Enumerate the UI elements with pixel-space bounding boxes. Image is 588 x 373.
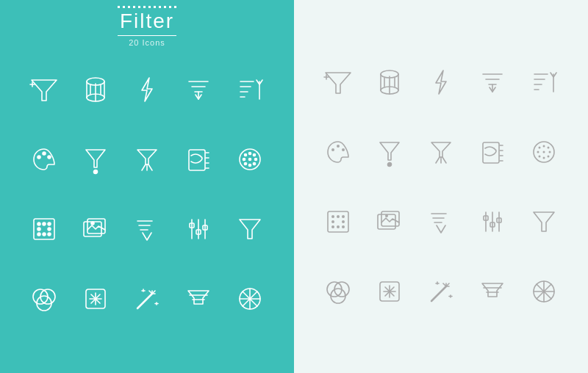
svg-marker-154	[534, 212, 554, 231]
svg-marker-112	[380, 142, 399, 160]
dots-circle-icon	[224, 124, 276, 194]
filter-roll-icon	[70, 54, 121, 124]
svg-point-48	[48, 228, 51, 231]
svg-point-126	[548, 146, 550, 148]
svg-point-47	[37, 228, 40, 231]
filter-desc-icon-r	[415, 186, 467, 256]
header: Filter 20 Icons	[118, 6, 176, 47]
svg-point-37	[243, 158, 245, 160]
svg-point-109	[331, 148, 334, 151]
svg-point-134	[331, 215, 334, 218]
svg-point-44	[37, 222, 40, 225]
svg-point-20	[43, 152, 46, 155]
svg-rect-133	[328, 211, 348, 232]
triangle-funnel-icon	[173, 264, 224, 333]
svg-point-49	[37, 233, 40, 236]
svg-point-40	[245, 162, 247, 164]
lightning-icon	[121, 54, 173, 124]
magic-wand-icon-r	[415, 256, 467, 326]
svg-point-135	[337, 215, 340, 218]
filter-sort-icon	[173, 54, 224, 124]
svg-point-111	[342, 148, 345, 151]
svg-point-128	[543, 151, 545, 153]
filter-sort-icon-r	[467, 47, 518, 117]
svg-point-129	[549, 151, 551, 153]
funnel-drop-icon	[70, 124, 121, 194]
circles-overlap-icon-r	[312, 256, 364, 326]
svg-marker-172	[482, 283, 503, 297]
svg-point-144	[385, 214, 388, 217]
left-panel: Filter 20 Icons	[0, 0, 294, 373]
filter-layers-icon	[173, 124, 224, 194]
svg-point-45	[43, 222, 46, 225]
aperture-icon	[224, 264, 276, 333]
svg-line-116	[442, 157, 446, 163]
svg-point-23	[94, 170, 98, 173]
right-panel	[294, 0, 588, 373]
svg-line-115	[436, 157, 440, 163]
sparkle-square-icon-r	[364, 256, 415, 326]
sliders-icon-r	[467, 186, 518, 256]
image-stack-icon	[70, 194, 121, 264]
sort-list-icon	[224, 54, 276, 124]
svg-rect-143	[381, 211, 399, 226]
header-subtitle: 20 Icons	[118, 38, 176, 47]
image-stack-icon-r	[364, 186, 415, 256]
icon-grid-right	[305, 44, 577, 329]
icon-grid-left	[11, 51, 283, 336]
svg-point-125	[543, 145, 545, 147]
svg-point-51	[48, 233, 51, 236]
svg-line-73	[137, 294, 152, 308]
circles-overlap-icon	[18, 264, 70, 333]
magic-wand-icon	[121, 264, 173, 333]
svg-point-132	[548, 155, 550, 157]
funnel-split-icon	[121, 124, 173, 194]
svg-marker-22	[86, 150, 105, 167]
svg-point-39	[255, 158, 257, 160]
svg-point-141	[342, 225, 345, 228]
svg-marker-114	[431, 142, 451, 157]
header-dotted	[118, 6, 176, 8]
svg-point-124	[539, 146, 541, 148]
svg-line-25	[142, 164, 146, 170]
page-title: Filter	[118, 10, 176, 33]
svg-point-136	[342, 215, 345, 218]
svg-point-38	[249, 158, 251, 160]
lightning-icon-r	[415, 47, 467, 117]
svg-point-21	[48, 156, 51, 159]
svg-marker-24	[137, 150, 157, 164]
svg-point-140	[337, 225, 340, 228]
svg-point-138	[342, 220, 345, 223]
header-divider	[118, 35, 176, 36]
triangle-funnel-icon-r	[467, 256, 518, 326]
svg-rect-53	[87, 219, 105, 233]
aperture-icon-r	[518, 256, 570, 326]
svg-point-139	[331, 225, 334, 228]
grid-dots-icon-r	[312, 186, 364, 256]
svg-point-131	[543, 156, 545, 159]
svg-line-26	[148, 164, 152, 170]
filter-layers-icon-r	[467, 117, 518, 186]
svg-point-113	[388, 162, 392, 166]
sparkle-square-icon	[70, 264, 121, 333]
svg-point-130	[539, 155, 541, 157]
svg-rect-118	[483, 142, 499, 163]
grid-dots-icon	[18, 194, 70, 264]
svg-point-42	[254, 162, 256, 164]
filter-roll-icon-r	[364, 47, 415, 117]
svg-point-34	[245, 153, 247, 156]
palette-icon-r	[312, 117, 364, 186]
svg-point-50	[43, 233, 46, 236]
svg-line-163	[431, 286, 446, 301]
svg-point-41	[249, 164, 251, 166]
funnel-outline-icon-r	[518, 186, 570, 256]
svg-point-36	[254, 153, 256, 156]
svg-point-127	[537, 151, 539, 153]
funnel-split-icon-r	[415, 117, 467, 186]
svg-point-19	[37, 156, 40, 159]
svg-marker-82	[188, 291, 209, 304]
svg-point-110	[337, 145, 340, 148]
svg-point-35	[249, 152, 251, 154]
sliders-icon	[173, 194, 224, 264]
sort-list-icon-r	[518, 47, 570, 117]
